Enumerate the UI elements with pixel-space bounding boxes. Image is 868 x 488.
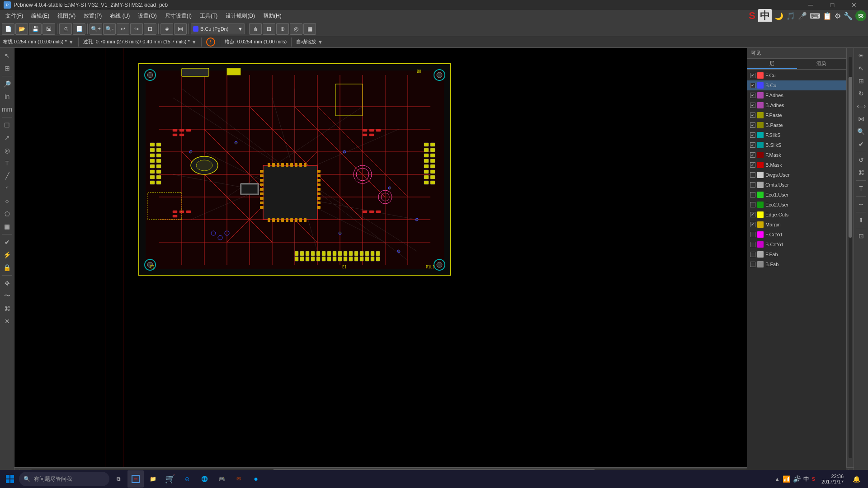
grid-control[interactable]: 格点: 0.0254 mm (1.00 mils) (225, 38, 287, 45)
layer-row[interactable]: Dwgs.User (747, 170, 846, 180)
wire-width-arrow[interactable]: ▼ (69, 39, 74, 45)
net-btn[interactable]: ⋈ (174, 23, 187, 35)
add-arc[interactable]: ◜ (1, 183, 13, 194)
net-highlight-btn[interactable]: ⋔ (249, 23, 262, 35)
taskbar-pcbnew[interactable] (127, 470, 144, 488)
grid-tool[interactable]: ⊞ (1, 62, 13, 74)
via-size-arrow[interactable]: ▼ (192, 39, 197, 45)
drc-tool[interactable]: ✔ (1, 236, 13, 248)
tray-volume[interactable]: 🔊 (793, 475, 801, 483)
tab-layers[interactable]: 层 (747, 59, 797, 69)
menu-tools[interactable]: 工具(T) (196, 11, 221, 21)
tray-network[interactable]: 📶 (783, 475, 790, 483)
save2-btn[interactable]: 🖫 (42, 23, 55, 35)
zoom-undo-btn[interactable]: ↩ (117, 23, 129, 35)
taskbar-game[interactable]: 🎮 (213, 470, 230, 488)
drc-rt-btn[interactable]: ✔ (855, 138, 867, 150)
layer-row[interactable]: F.Paste (747, 110, 846, 120)
layer-row[interactable]: Edge.Cuts (747, 210, 846, 220)
highlight-net[interactable]: ⚡ (1, 249, 13, 261)
layer-checkbox[interactable] (750, 232, 755, 237)
close-button[interactable]: ✕ (844, 0, 864, 10)
modules-btn[interactable]: ▦ (303, 23, 316, 35)
rotate-btn[interactable]: ↻ (855, 88, 867, 99)
script-rt-btn[interactable]: ⌘ (855, 167, 867, 178)
route-track[interactable]: ↗ (1, 132, 13, 144)
layer-checkbox[interactable] (750, 172, 755, 178)
delete-tool[interactable]: ✕ (1, 315, 13, 327)
layer-checkbox[interactable] (750, 142, 755, 148)
via-size-control[interactable]: 过孔: 0.70 mm (27.6 mils)/ 0.40 mm (15.7 m… (83, 38, 197, 45)
select-tool[interactable]: ↖ (1, 50, 13, 61)
move-tool[interactable]: ✥ (1, 277, 13, 289)
menu-route[interactable]: 布线 (U) (106, 11, 133, 21)
layer-row[interactable]: B.CrtYd (747, 239, 846, 249)
measure-tool[interactable]: In (1, 91, 13, 103)
layer-row[interactable]: F.Adhes (747, 90, 846, 100)
add-polygon[interactable]: ⬠ (1, 208, 13, 220)
layer-row[interactable]: F.Cu (747, 70, 846, 80)
taskbar-mail[interactable]: ✉ (231, 470, 247, 488)
minimize-button[interactable]: ─ (800, 0, 821, 10)
grid2-btn[interactable]: ⊡ (855, 230, 867, 242)
lock-tool[interactable]: 🔒 (1, 262, 13, 273)
canvas-area[interactable]: E1 P1L1 E2 B8 (14, 48, 854, 474)
3d-btn[interactable]: ◈ (160, 23, 173, 35)
menu-place[interactable]: 放置(P) (80, 11, 105, 21)
pcb-board[interactable]: E1 P1L1 E2 B8 (137, 61, 453, 278)
menu-edit[interactable]: 编辑(E) (28, 11, 53, 21)
zoom-out-btn[interactable]: 🔍- (103, 23, 116, 35)
layer-row[interactable]: B.Adhes (747, 100, 846, 110)
zoom-fit-btn[interactable]: ⊡ (144, 23, 156, 35)
layer-row[interactable]: B.Paste (747, 120, 846, 130)
layer-checkbox[interactable] (750, 103, 755, 108)
menu-design-rules[interactable]: 设计规则(D) (222, 11, 259, 21)
taskbar-explorer[interactable]: 📁 (145, 470, 161, 488)
zoom-arrow[interactable]: ▼ (318, 39, 323, 45)
layer-row[interactable]: B.Cu (747, 80, 846, 90)
layer-checkbox[interactable] (750, 73, 755, 78)
layer-checkbox[interactable] (750, 113, 755, 118)
layer-checkbox[interactable] (750, 262, 755, 267)
layer-checkbox[interactable] (750, 132, 755, 138)
taskbar-store[interactable]: 🛒 (162, 470, 178, 488)
add-footprint[interactable]: ☐ (1, 119, 13, 131)
print-btn[interactable]: 🖨 (59, 23, 72, 35)
search-button[interactable]: 🔍 有问题尽管问我 (19, 472, 109, 486)
layer-checkbox[interactable] (750, 222, 755, 227)
flip-btn[interactable]: ⟺ (855, 100, 867, 112)
layer-checkbox[interactable] (750, 162, 755, 168)
tray-ime[interactable]: S (812, 476, 815, 482)
layer-dropdown[interactable]: B.Cu (PgDn) ▼ (191, 23, 245, 34)
zoom-redo-btn[interactable]: ↪ (130, 23, 143, 35)
layer-checkbox[interactable] (750, 242, 755, 247)
layer-row[interactable]: Eco2.User (747, 200, 846, 210)
zoom-in-btn[interactable]: 🔍+ (90, 23, 102, 35)
layer-checkbox[interactable] (750, 252, 755, 257)
layer-row[interactable]: B.Fab (747, 259, 846, 269)
add-via[interactable]: ◎ (1, 145, 13, 156)
new-btn[interactable]: 📄 (2, 23, 14, 35)
layer-row[interactable]: Margin (747, 220, 846, 230)
update-btn[interactable]: ↺ (855, 154, 867, 166)
layer-row[interactable]: F.Mask (747, 150, 846, 160)
up-btn[interactable]: ⬆ (855, 214, 867, 226)
save-btn[interactable]: 💾 (29, 23, 42, 35)
layer-row[interactable]: B.Mask (747, 160, 846, 170)
tab-render[interactable]: 渲染 (797, 59, 847, 69)
mm-tool[interactable]: mm (1, 103, 13, 115)
layer-row[interactable]: F.Fab (747, 249, 846, 259)
tray-up-arrow[interactable]: ▲ (775, 476, 780, 482)
layer-checkbox[interactable] (750, 192, 755, 197)
layer-checkbox[interactable] (750, 212, 755, 217)
zoom-control[interactable]: 自动缩放 ▼ (296, 38, 323, 45)
zoom-rt-btn[interactable]: T (855, 183, 867, 194)
add-circle[interactable]: ○ (1, 195, 13, 207)
open-btn[interactable]: 📂 (15, 23, 28, 35)
layer-checkbox[interactable] (750, 122, 755, 128)
inspect-rt-btn[interactable]: 🔍 (855, 126, 867, 137)
layer-checkbox[interactable] (750, 152, 755, 158)
menu-dimensions[interactable]: 尺寸设置(I) (161, 11, 195, 21)
print2-btn[interactable]: 📃 (73, 23, 85, 35)
add-text[interactable]: T (1, 157, 13, 169)
